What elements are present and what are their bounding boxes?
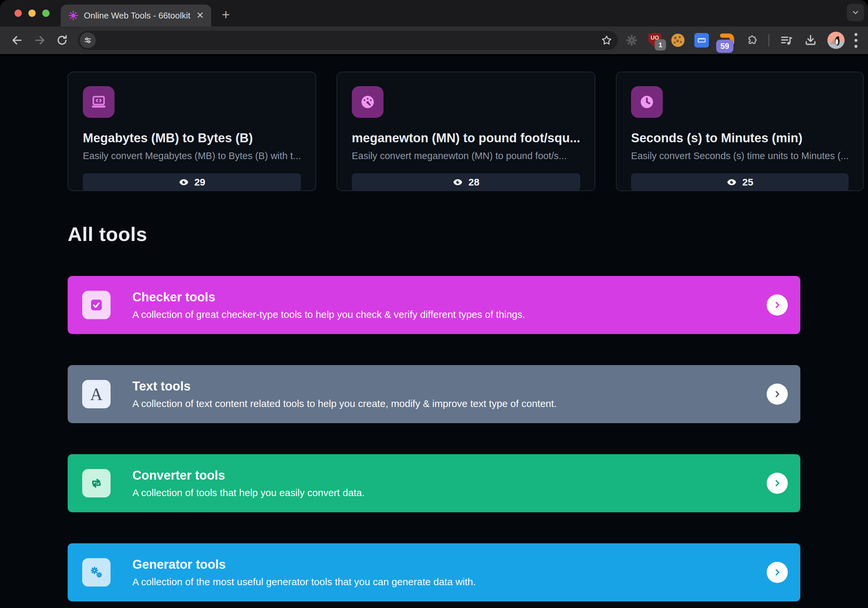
cookie-extension-button[interactable] bbox=[671, 34, 685, 47]
forward-button[interactable] bbox=[30, 30, 50, 50]
category-text: Checker tools A collection of great chec… bbox=[132, 290, 525, 320]
close-window-button[interactable] bbox=[14, 9, 22, 17]
views-count: 29 bbox=[194, 177, 205, 188]
checkbox-icon bbox=[82, 291, 110, 319]
chevron-down-icon bbox=[851, 8, 860, 17]
views-count: 28 bbox=[468, 177, 479, 188]
toolbar-separator bbox=[768, 34, 769, 47]
category-description: A collection of tools that help you easi… bbox=[132, 487, 365, 498]
category-text-tools[interactable]: A Text tools A collection of text conten… bbox=[68, 365, 800, 423]
new-tab-button[interactable]: + bbox=[222, 9, 230, 21]
eye-icon bbox=[453, 177, 463, 188]
cookie-icon bbox=[671, 34, 685, 47]
tool-card-description: Easily convert Megabytes (MB) to Bytes (… bbox=[83, 150, 301, 161]
views-pill: 29 bbox=[83, 173, 301, 191]
eye-icon bbox=[726, 177, 737, 188]
category-title: Converter tools bbox=[132, 468, 365, 482]
category-text: Converter tools A collection of tools th… bbox=[132, 468, 365, 498]
tool-card-meganewton[interactable]: meganewton (MN) to pound foot/squ... Eas… bbox=[336, 71, 595, 191]
tool-card-description: Easily convert meganewton (MN) to pound … bbox=[352, 150, 580, 161]
category-checker-tools[interactable]: Checker tools A collection of great chec… bbox=[68, 276, 800, 334]
page-content: Megabytes (MB) to Bytes (B) Easily conve… bbox=[0, 56, 868, 608]
tool-card-title: Seconds (s) to Minutes (min) bbox=[631, 131, 848, 145]
ublock-badge: 1 bbox=[655, 39, 666, 51]
bookmark-star-button[interactable] bbox=[601, 34, 612, 46]
tool-card-megabytes-to-bytes[interactable]: Megabytes (MB) to Bytes (B) Easily conve… bbox=[68, 71, 316, 191]
download-icon bbox=[804, 33, 817, 47]
tab-title: Online Web Tools - 66toolkit bbox=[84, 11, 191, 21]
page-title: All tools bbox=[68, 223, 800, 245]
letter-a-icon: A bbox=[82, 380, 110, 408]
site-settings-button[interactable] bbox=[80, 33, 96, 48]
ruler-extension-button[interactable] bbox=[694, 33, 709, 48]
category-text: Text tools A collection of text content … bbox=[132, 379, 557, 409]
reload-button[interactable] bbox=[52, 30, 72, 50]
views-count: 25 bbox=[742, 177, 753, 188]
ublock-extension-button[interactable]: UO 1 bbox=[648, 33, 661, 48]
chevron-right-icon[interactable] bbox=[767, 295, 788, 316]
chevron-right-icon[interactable] bbox=[767, 562, 788, 583]
back-button[interactable] bbox=[7, 30, 27, 50]
minimize-window-button[interactable] bbox=[28, 9, 36, 17]
traffic-lights bbox=[14, 9, 50, 17]
puzzle-icon bbox=[744, 33, 758, 47]
favicon-starburst-icon bbox=[68, 10, 79, 21]
views-pill: 28 bbox=[352, 173, 580, 191]
gear-icon bbox=[625, 34, 638, 47]
category-generator-tools[interactable]: Generator tools A collection of the most… bbox=[68, 543, 800, 602]
playlist-music-icon bbox=[779, 33, 794, 48]
tag-extension-button[interactable]: 59 bbox=[719, 32, 735, 49]
chevron-right-icon[interactable] bbox=[767, 473, 788, 494]
fullscreen-window-button[interactable] bbox=[42, 9, 50, 17]
gauge-icon bbox=[352, 86, 383, 118]
category-description: A collection of text content related too… bbox=[132, 398, 557, 409]
avatar bbox=[828, 32, 845, 49]
views-pill: 25 bbox=[631, 173, 848, 191]
laptop-code-icon bbox=[83, 86, 115, 118]
category-title: Generator tools bbox=[132, 557, 476, 572]
transfer-arrows-icon bbox=[82, 469, 110, 498]
tool-card-title: Megabytes (MB) to Bytes (B) bbox=[83, 131, 301, 145]
tag-badge: 59 bbox=[716, 40, 733, 53]
ruler-icon bbox=[694, 33, 709, 48]
gears-icon bbox=[82, 558, 110, 586]
category-text: Generator tools A collection of the most… bbox=[132, 557, 476, 588]
browser-tab[interactable]: Online Web Tools - 66toolkit ✕ bbox=[61, 5, 211, 26]
tool-card-seconds-to-minutes[interactable]: Seconds (s) to Minutes (min) Easily conv… bbox=[616, 71, 864, 191]
extensions-menu-button[interactable] bbox=[744, 33, 758, 47]
browser-menu-button[interactable] bbox=[854, 33, 857, 48]
category-title: Text tools bbox=[132, 379, 557, 394]
tab-close-icon[interactable]: ✕ bbox=[196, 11, 204, 20]
category-description: A collection of the most useful generato… bbox=[132, 576, 476, 588]
tool-card-title: meganewton (MN) to pound foot/squ... bbox=[352, 131, 580, 145]
address-bar[interactable] bbox=[78, 31, 618, 50]
category-title: Checker tools bbox=[132, 290, 525, 304]
category-converter-tools[interactable]: Converter tools A collection of tools th… bbox=[68, 454, 800, 512]
disabled-extension-button[interactable] bbox=[625, 34, 638, 47]
clock-icon bbox=[631, 86, 663, 118]
browser-window: Online Web Tools - 66toolkit ✕ + bbox=[0, 0, 868, 608]
media-controls-button[interactable] bbox=[779, 33, 794, 48]
profile-avatar-button[interactable] bbox=[828, 32, 845, 49]
tab-search-button[interactable] bbox=[847, 4, 864, 21]
tab-strip: Online Web Tools - 66toolkit ✕ + bbox=[0, 0, 868, 26]
extensions-row: UO 1 59 bbox=[625, 32, 861, 49]
featured-tools-row: Megabytes (MB) to Bytes (B) Easily conve… bbox=[68, 71, 800, 191]
tune-icon bbox=[83, 36, 92, 45]
eye-icon bbox=[178, 177, 189, 188]
browser-toolbar: UO 1 59 bbox=[0, 26, 868, 54]
chevron-right-icon[interactable] bbox=[767, 383, 788, 405]
tool-card-description: Easily convert Seconds (s) time units to… bbox=[631, 150, 848, 161]
category-description: A collection of great checker-type tools… bbox=[132, 309, 525, 320]
downloads-button[interactable] bbox=[804, 33, 817, 47]
